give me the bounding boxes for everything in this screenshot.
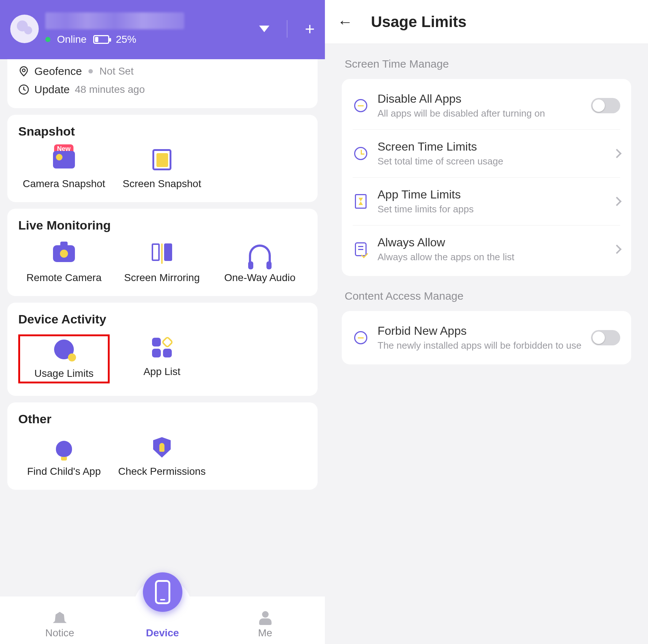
tile-label: Check Permissions xyxy=(118,466,206,477)
tab-notice[interactable]: Notice xyxy=(23,612,96,639)
tab-label: Device xyxy=(146,627,179,639)
person-icon xyxy=(259,611,272,625)
left-pane: Online 25% + Geofence Not Set xyxy=(0,0,325,644)
hourglass-icon xyxy=(353,193,369,209)
tile-label: Camera Snapshot xyxy=(23,178,105,190)
chevron-right-icon xyxy=(612,197,621,206)
shield-icon xyxy=(149,436,175,458)
add-icon[interactable]: + xyxy=(305,20,315,37)
snapshot-title: Snapshot xyxy=(18,124,307,139)
row-forbid-new-apps[interactable]: Forbid New Apps The newly installed apps… xyxy=(353,314,620,361)
tile-label: One-Way Audio xyxy=(224,272,295,284)
row-title: Disable All Apps xyxy=(378,92,582,106)
usage-clock-icon xyxy=(51,338,77,360)
content-access-card: Forbid New Apps The newly installed apps… xyxy=(342,311,631,364)
row-disable-all-apps[interactable]: Disable All Apps All apps will be disabl… xyxy=(353,82,620,130)
row-subtitle: All apps will be disabled after turning … xyxy=(378,108,582,119)
live-title: Live Monitoring xyxy=(18,218,307,232)
tile-label: Remote Camera xyxy=(26,272,101,284)
live-card: Live Monitoring Remote Camera Screen Mir… xyxy=(7,209,318,296)
geofence-row[interactable]: Geofence Not Set xyxy=(18,62,307,80)
row-screen-time-limits[interactable]: Screen Time Limits Set total time of scr… xyxy=(353,130,620,178)
screen-time-card: Disable All Apps All apps will be disabl… xyxy=(342,79,631,276)
right-body[interactable]: Screen Time Manage Disable All Apps All … xyxy=(325,44,648,644)
status-card: Geofence Not Set Update 48 minutes ago xyxy=(7,59,318,108)
tab-me[interactable]: Me xyxy=(229,611,302,639)
tile-label: Screen Mirroring xyxy=(124,272,200,284)
activity-card: Device Activity Usage Limits App List xyxy=(7,303,318,396)
device-icon xyxy=(143,572,182,612)
tile-label: App List xyxy=(143,366,180,378)
svg-point-0 xyxy=(22,69,25,72)
right-header: ← Usage Limits xyxy=(325,0,648,44)
mirror-icon xyxy=(149,243,175,265)
row-title: App Time Limits xyxy=(378,188,605,201)
divider xyxy=(287,20,287,38)
disable-icon xyxy=(353,98,369,114)
bell-icon xyxy=(53,612,67,625)
tile-check-permissions[interactable]: Check Permissions xyxy=(116,434,208,477)
geofence-value: Not Set xyxy=(99,65,133,77)
online-dot-icon xyxy=(45,37,50,42)
tile-screen-snapshot[interactable]: Screen Snapshot xyxy=(116,147,208,190)
update-row[interactable]: Update 48 minutes ago xyxy=(18,80,307,99)
page-title: Usage Limits xyxy=(371,13,466,31)
tile-screen-mirroring[interactable]: Screen Mirroring xyxy=(116,240,208,284)
row-subtitle: Set time limits for apps xyxy=(378,204,605,215)
tile-app-list[interactable]: App List xyxy=(116,334,208,383)
tab-device[interactable]: Device xyxy=(143,586,182,639)
section-content-access: Content Access Manage xyxy=(342,276,631,311)
tile-one-way-audio[interactable]: One-Way Audio xyxy=(214,240,306,284)
row-always-allow[interactable]: Always Allow Always allow the apps on th… xyxy=(353,226,620,273)
section-screen-time: Screen Time Manage xyxy=(342,44,631,79)
online-status: Online xyxy=(57,34,87,45)
tab-label: Notice xyxy=(45,627,74,639)
battery-percent: 25% xyxy=(116,34,136,45)
list-check-icon xyxy=(353,241,369,257)
other-card: Other Find Child's App Check Permissions xyxy=(7,402,318,490)
geofence-icon xyxy=(18,66,29,77)
activity-title: Device Activity xyxy=(18,312,307,326)
camera-icon xyxy=(51,243,77,265)
header-info: Online 25% xyxy=(45,12,259,45)
row-subtitle: The newly installed apps will be forbidd… xyxy=(378,340,582,351)
tile-usage-limits[interactable]: Usage Limits xyxy=(18,334,110,383)
left-scroll[interactable]: Geofence Not Set Update 48 minutes ago S… xyxy=(0,59,325,644)
clock-icon xyxy=(18,84,29,95)
dot-icon xyxy=(88,69,93,73)
row-title: Always Allow xyxy=(378,236,605,249)
update-label: Update xyxy=(34,83,70,96)
row-title: Forbid New Apps xyxy=(378,324,582,338)
chevron-down-icon[interactable] xyxy=(259,26,269,32)
tile-find-childs-app[interactable]: Find Child's App xyxy=(18,434,110,477)
clock-outline-icon xyxy=(353,145,369,162)
left-header: Online 25% + xyxy=(0,0,325,59)
right-pane: ← Usage Limits Screen Time Manage Disabl… xyxy=(325,0,648,644)
battery-icon xyxy=(93,35,109,44)
toggle-forbid-new[interactable] xyxy=(591,330,620,345)
tab-label: Me xyxy=(258,627,272,639)
apps-grid-icon xyxy=(149,337,175,359)
chevron-right-icon xyxy=(612,245,621,254)
other-title: Other xyxy=(18,412,307,426)
bottom-tabbar: Notice Device Me xyxy=(0,596,325,644)
row-title: Screen Time Limits xyxy=(378,140,605,154)
back-arrow-icon[interactable]: ← xyxy=(337,13,353,31)
headphones-icon xyxy=(247,243,273,265)
tile-label: Usage Limits xyxy=(34,368,94,379)
lightbulb-icon xyxy=(51,436,77,458)
screen-capture-icon xyxy=(149,149,175,171)
toggle-disable-all[interactable] xyxy=(591,98,620,113)
photo-icon xyxy=(51,149,77,171)
tile-remote-camera[interactable]: Remote Camera xyxy=(18,240,110,284)
tile-label: Find Child's App xyxy=(27,466,101,477)
child-name-redacted xyxy=(45,12,184,29)
tile-camera-snapshot[interactable]: New Camera Snapshot xyxy=(18,147,110,190)
tile-label: Screen Snapshot xyxy=(123,178,201,190)
row-subtitle: Set total time of screen usage xyxy=(378,156,605,167)
row-subtitle: Always allow the apps on the list xyxy=(378,251,605,263)
snapshot-card: Snapshot New Camera Snapshot Screen Snap… xyxy=(7,115,318,202)
chevron-right-icon xyxy=(612,149,621,158)
avatar[interactable] xyxy=(10,15,39,43)
row-app-time-limits[interactable]: App Time Limits Set time limits for apps xyxy=(353,178,620,226)
